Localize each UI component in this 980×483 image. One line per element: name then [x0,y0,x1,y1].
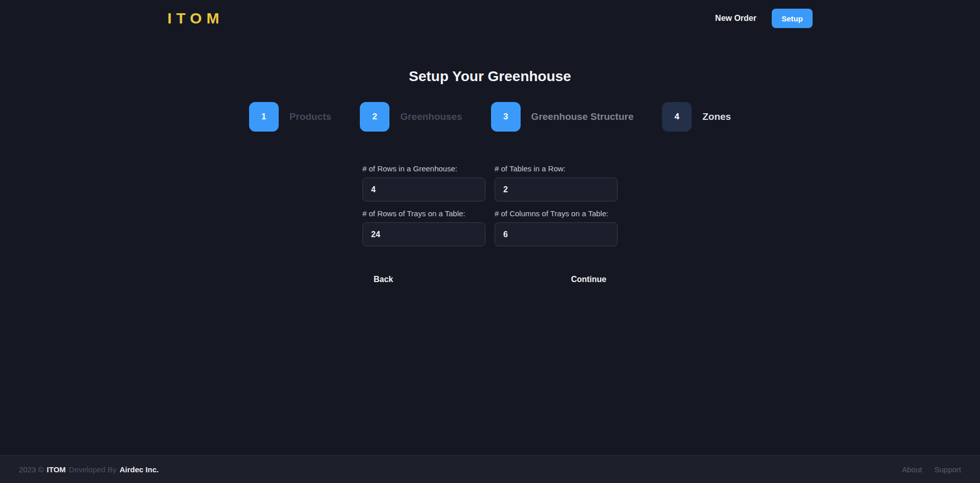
footer-links: About Support [902,465,961,474]
step-label-zones: Zones [702,111,731,122]
field-rows-in-greenhouse: # of Rows in a Greenhouse: [362,164,485,201]
form-actions: Back Continue [362,275,618,284]
setup-wizard: Setup Your Greenhouse 1 Products 2 Green… [0,37,980,455]
field-columns-of-trays: # of Columns of Trays on a Table: [495,209,618,246]
top-navbar: ITOM New Order Setup [0,0,980,37]
field-tables-in-row: # of Tables in a Row: [495,164,618,201]
step-zones: 4 Zones [662,102,731,132]
structure-form: # of Rows in a Greenhouse: # of Tables i… [362,164,618,284]
field-label-columns-of-trays: # of Columns of Trays on a Table: [495,209,618,218]
new-order-link[interactable]: New Order [715,14,756,23]
footer-copyright: 2023 © ITOM Developed By Airdec Inc. [19,465,159,474]
step-number-4[interactable]: 4 [662,102,692,132]
footer-developed-by: Developed By [69,465,116,474]
setup-button[interactable]: Setup [772,9,813,28]
continue-button[interactable]: Continue [571,275,606,284]
step-number-1[interactable]: 1 [249,102,279,132]
step-products: 1 Products [249,102,331,132]
step-label-greenhouse-structure: Greenhouse Structure [531,111,634,122]
step-number-3[interactable]: 3 [491,102,521,132]
tables-in-row-input[interactable] [495,177,618,201]
footer-year: 2023 © [19,465,44,474]
footer: 2023 © ITOM Developed By Airdec Inc. Abo… [0,455,980,483]
step-label-greenhouses: Greenhouses [400,111,462,122]
field-rows-of-trays: # of Rows of Trays on a Table: [362,209,485,246]
itom-logo[interactable]: ITOM [167,10,224,27]
step-number-2[interactable]: 2 [360,102,389,132]
field-label-rows-in-greenhouse: # of Rows in a Greenhouse: [362,164,485,173]
rows-of-trays-input[interactable] [362,222,485,246]
support-link[interactable]: Support [934,465,961,474]
page-title: Setup Your Greenhouse [0,68,980,85]
back-button[interactable]: Back [374,275,393,284]
footer-brand: ITOM [47,465,66,474]
step-greenhouses: 2 Greenhouses [360,102,462,132]
columns-of-trays-input[interactable] [495,222,618,246]
wizard-steps: 1 Products 2 Greenhouses 3 Greenhouse St… [0,102,980,132]
field-label-tables-in-row: # of Tables in a Row: [495,164,618,173]
step-greenhouse-structure: 3 Greenhouse Structure [491,102,634,132]
about-link[interactable]: About [902,465,922,474]
footer-company: Airdec Inc. [119,465,159,474]
step-label-products: Products [289,111,331,122]
rows-in-greenhouse-input[interactable] [362,177,485,201]
field-label-rows-of-trays: # of Rows of Trays on a Table: [362,209,485,218]
header-nav: New Order Setup [715,9,813,28]
